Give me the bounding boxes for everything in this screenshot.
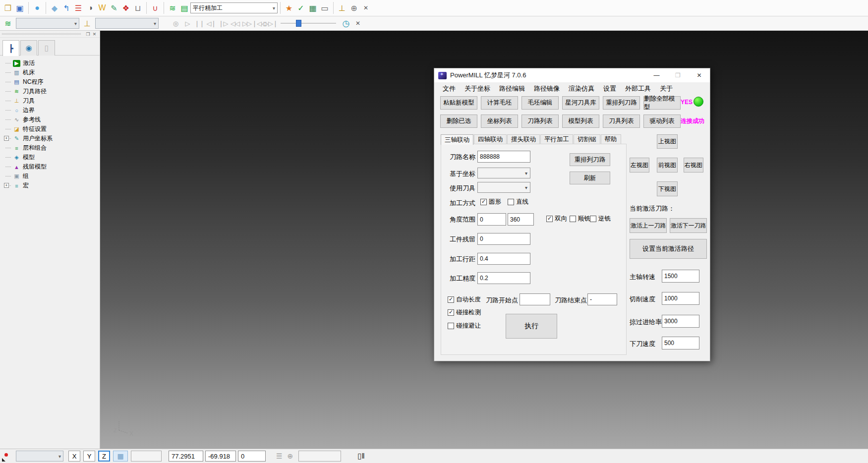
expand-icon[interactable]: + bbox=[4, 136, 9, 141]
favorites-tool-icon[interactable]: ★ bbox=[283, 1, 295, 14]
based-coord-dropdown[interactable]: ▾ bbox=[477, 168, 530, 178]
rearrange-toolpaths-button2[interactable]: 重排列刀路 bbox=[570, 153, 610, 166]
tree-item-stock-models[interactable]: + ▲ 残留模型 bbox=[4, 162, 100, 172]
toolbar-close-icon[interactable]: ✕ bbox=[360, 1, 372, 14]
go-start-icon[interactable]: ❘◁◁ bbox=[253, 17, 265, 30]
machine-setup-icon[interactable]: ⊕ bbox=[348, 1, 360, 14]
menu-path-edit[interactable]: 路径编辑 bbox=[495, 83, 529, 94]
tree-item-machine[interactable]: + ▥ 机床 bbox=[4, 68, 100, 77]
points-icon[interactable]: ❖ bbox=[120, 1, 132, 14]
expand-icon[interactable]: + bbox=[4, 183, 9, 188]
menu-coords[interactable]: 关于坐标 bbox=[460, 83, 495, 94]
tab-saw[interactable]: 切割锯 bbox=[574, 134, 600, 144]
stepover-input[interactable] bbox=[477, 253, 530, 265]
mode-combobox[interactable]: ▾ bbox=[16, 451, 63, 462]
collision-icon[interactable]: W bbox=[96, 1, 108, 14]
fast-forward-icon[interactable]: ▷▷ bbox=[241, 17, 253, 30]
clock-icon[interactable]: ◷ bbox=[340, 17, 352, 30]
locate-icon[interactable]: ⊕ bbox=[288, 452, 293, 460]
sim-tool-combobox[interactable]: ▾ bbox=[95, 18, 159, 29]
angle-from-input[interactable] bbox=[477, 213, 506, 226]
draw-mode-icon[interactable] bbox=[1, 450, 14, 462]
explorer-tab-tree[interactable]: ┣ bbox=[2, 40, 19, 56]
block-icon[interactable]: ◆ bbox=[49, 1, 60, 14]
grid-toggle-button[interactable]: ▦ bbox=[113, 451, 128, 462]
panel-grip[interactable]: ❐ ✕ bbox=[0, 31, 100, 38]
conventional-mill-checkbox[interactable]: 逆铣 bbox=[590, 215, 611, 223]
toolpath-name-input[interactable] bbox=[477, 151, 530, 163]
delete-selected-button[interactable]: 删除已选 bbox=[440, 115, 477, 128]
lead-link-icon[interactable]: ∪ bbox=[149, 1, 161, 14]
axis-z-button[interactable]: Z bbox=[98, 451, 110, 462]
save-icon[interactable]: ▣ bbox=[14, 1, 26, 14]
verify-tool-icon[interactable]: ✓ bbox=[295, 1, 307, 14]
grip-handle[interactable] bbox=[2, 33, 81, 35]
execute-button[interactable]: 执行 bbox=[506, 314, 557, 339]
refresh-button[interactable]: 刷新 bbox=[570, 172, 610, 184]
auto-length-checkbox[interactable]: 自动长度 bbox=[448, 295, 481, 304]
activate-next-toolpath-button[interactable]: 激活下一刀路 bbox=[670, 218, 707, 233]
snap-field[interactable] bbox=[131, 451, 162, 462]
rearrange-toolpaths-button[interactable]: 重排列刀路 bbox=[603, 96, 640, 110]
pattern-edit-icon[interactable]: ✎ bbox=[108, 1, 120, 14]
tool-holder-icon[interactable]: ⊥ bbox=[336, 1, 348, 14]
toolbar-close-icon[interactable]: ✕ bbox=[352, 17, 364, 30]
lamp-icon[interactable]: ◎ bbox=[170, 17, 181, 30]
left-view-button[interactable]: 左视图 bbox=[630, 158, 649, 173]
maximize-button[interactable]: ❐ bbox=[667, 68, 689, 82]
calc-block-button[interactable]: 计算毛坯 bbox=[481, 96, 518, 110]
method-circle-checkbox[interactable]: 圆形 bbox=[480, 198, 501, 206]
tree-item-groups[interactable]: + ▣ 组 bbox=[4, 172, 100, 181]
tab-help[interactable]: 帮助 bbox=[601, 134, 621, 144]
bottom-view-button[interactable]: 下视图 bbox=[657, 181, 678, 196]
menu-about[interactable]: 关于 bbox=[655, 83, 677, 94]
step-back-icon[interactable]: ◁❘ bbox=[205, 17, 217, 30]
tool-block-icon[interactable]: ⊔ bbox=[132, 1, 144, 14]
set-active-path-button[interactable]: 设置当前激活路径 bbox=[630, 239, 707, 259]
axis-y-button[interactable]: Y bbox=[83, 451, 95, 462]
menu-path-mirror[interactable]: 路径镜像 bbox=[529, 83, 564, 94]
shaded-view-icon[interactable]: ● bbox=[31, 1, 43, 14]
explorer-tab-globe[interactable]: ◉ bbox=[20, 40, 37, 56]
rewind-icon[interactable]: ◁◁ bbox=[229, 17, 241, 30]
step-forward-icon[interactable]: ❘▷ bbox=[217, 17, 229, 30]
explorer-tab-trash[interactable]: ▯ bbox=[38, 40, 55, 56]
sim-toolpath-combobox[interactable]: ▾ bbox=[16, 18, 79, 29]
start-point-input[interactable] bbox=[520, 293, 550, 305]
activate-prev-toolpath-button[interactable]: 激活上一刀路 bbox=[630, 218, 667, 233]
panel-close-icon[interactable]: ✕ bbox=[91, 31, 98, 37]
strategy-combobox[interactable]: 平行精加工 ▾ bbox=[190, 2, 278, 13]
tree-item-activate[interactable]: + ▶ 激活 bbox=[4, 58, 100, 68]
tool-library-button[interactable]: 星河刀具库 bbox=[562, 96, 599, 110]
paste-new-model-button[interactable]: 粘贴新模型 bbox=[440, 96, 477, 110]
tab-3axis[interactable]: 三轴联动 bbox=[441, 134, 473, 145]
skim-feed-input[interactable] bbox=[662, 315, 699, 328]
tree-item-toolpaths[interactable]: + ≋ 刀具路径 bbox=[4, 87, 100, 96]
play-icon[interactable]: ▷ bbox=[181, 17, 193, 30]
climb-mill-checkbox[interactable]: 顺铣 bbox=[570, 215, 590, 223]
tree-item-nc-programs[interactable]: + ▤ NC程序 bbox=[4, 77, 100, 87]
coord-list-button[interactable]: 坐标列表 bbox=[481, 115, 518, 128]
tool-icon[interactable]: ◑ bbox=[84, 1, 96, 14]
bidirectional-checkbox[interactable]: 双向 bbox=[546, 215, 567, 223]
toolpath-icon[interactable]: ≋ bbox=[167, 1, 178, 14]
calculator-icon[interactable]: ▦ bbox=[307, 1, 319, 14]
tree-item-models[interactable]: + ◈ 模型 bbox=[4, 153, 100, 162]
plunge-feed-input[interactable] bbox=[662, 337, 699, 349]
use-tool-dropdown[interactable]: ▾ bbox=[477, 182, 530, 193]
tool-list-button[interactable]: 刀具列表 bbox=[603, 115, 640, 128]
axis-x-button[interactable]: X bbox=[68, 451, 80, 462]
tree-item-tools[interactable]: + ⊥ 刀具 bbox=[4, 96, 100, 106]
rapid-heights-icon[interactable]: ☰ bbox=[72, 1, 84, 14]
tab-parallel[interactable]: 平行加工 bbox=[540, 134, 573, 144]
sim-speed-slider-handle[interactable] bbox=[296, 20, 301, 27]
menu-external-tools[interactable]: 外部工具 bbox=[621, 83, 655, 94]
method-line-checkbox[interactable]: 直线 bbox=[508, 198, 528, 206]
toolpath-list-button[interactable]: 刀路列表 bbox=[521, 115, 559, 128]
menu-file[interactable]: 文件 bbox=[438, 83, 460, 94]
model-list-button[interactable]: 模型列表 bbox=[562, 115, 599, 128]
go-end-icon[interactable]: ▷▷❘ bbox=[265, 17, 277, 30]
tolerance-input[interactable] bbox=[477, 272, 530, 284]
open-file-icon[interactable]: ❐ bbox=[2, 1, 14, 14]
menu-settings[interactable]: 设置 bbox=[599, 83, 621, 94]
